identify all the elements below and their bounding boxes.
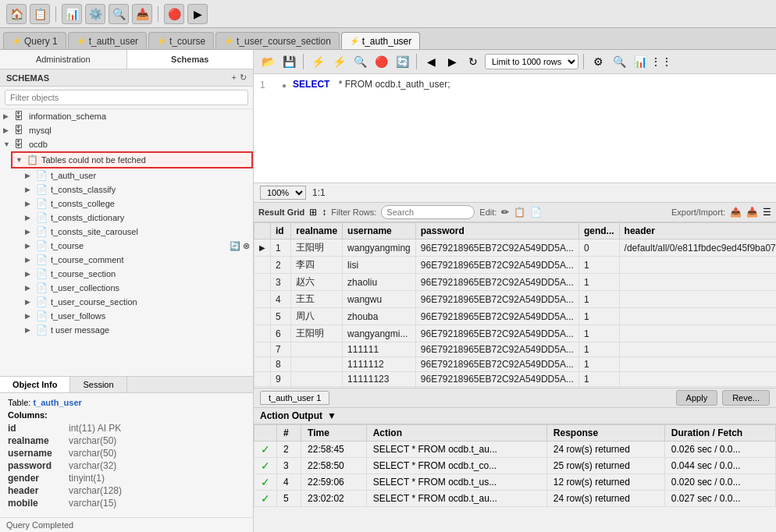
format-btn[interactable]: ⚙ — [589, 52, 607, 71]
tab-t-course[interactable]: ⚡ t_course — [148, 32, 214, 49]
next-btn[interactable]: ▶ — [443, 52, 461, 71]
th-username[interactable]: username — [343, 223, 416, 239]
t-course-action-1[interactable]: 🔄 — [230, 241, 240, 251]
toggle-btn[interactable]: 🔄 — [393, 52, 411, 71]
table-row[interactable]: 3 赵六 zhaoliu 96E79218965EB72C92A549DD5A.… — [255, 274, 777, 291]
action-row[interactable]: ✓ 4 22:59:06 SELECT * FROM ocdb.t_us... … — [255, 474, 776, 491]
execute-current-btn[interactable]: ⚡ — [329, 52, 348, 71]
import-btn[interactable]: 📥 — [746, 207, 758, 218]
revert-button[interactable]: Reve... — [722, 390, 770, 406]
th-gender[interactable]: gend... — [578, 223, 619, 239]
qt-sep-1 — [303, 54, 304, 69]
table-group-icon: 📋 — [27, 154, 39, 165]
action-row[interactable]: ✓ 3 22:58:50 SELECT * FROM ocdb.t_co... … — [255, 458, 776, 474]
tree-item-t-user-follows[interactable]: ▶ 📄 t_user_follows — [22, 309, 253, 323]
tree-item-t-course-comment[interactable]: ▶ 📄 t_course_comment — [22, 253, 253, 267]
save-btn[interactable]: 💾 — [279, 52, 298, 71]
table-row[interactable]: 7 111111 96E79218965EB72C92A549DD5A... 1 — [255, 342, 777, 357]
tree-item-ocdb[interactable]: ▼ 🗄 ocdb — [0, 137, 253, 151]
row-indicator — [255, 372, 271, 387]
table-row[interactable]: 5 周八 zhouba 96E79218965EB72C92A549DD5A..… — [255, 308, 777, 325]
tree-item-t-consts-classify[interactable]: ▶ 📄 t_consts_classify — [22, 183, 253, 197]
tab-context-label[interactable]: t_auth_user 1 — [260, 391, 329, 405]
zoom-select[interactable]: 100% — [260, 186, 306, 200]
tree-item-t-user-cs[interactable]: ▶ 📄 t_user_course_section — [22, 295, 253, 309]
qt-sep-3 — [583, 54, 584, 69]
action-output-icon[interactable]: ▼ — [327, 410, 336, 421]
play-icon[interactable]: ▶ — [187, 4, 208, 24]
filter-input[interactable] — [5, 90, 248, 105]
tree-item-t-user-col[interactable]: ▶ 📄 t_user_collections — [22, 281, 253, 295]
sidebar-tab-schemas[interactable]: Schemas — [127, 50, 254, 69]
th-header[interactable]: header — [619, 223, 776, 239]
search-icon[interactable]: 🔍 — [109, 4, 129, 24]
execute-btn[interactable]: ⚡ — [308, 52, 327, 71]
apply-button[interactable]: Apply — [676, 390, 718, 406]
action-response: 24 row(s) returned — [546, 491, 664, 507]
action-table-wrap[interactable]: # Time Action Response Duration / Fetch … — [254, 424, 776, 532]
tree-item-t-consts-site[interactable]: ▶ 📄 t_consts_site_carousel — [22, 225, 253, 239]
action-row[interactable]: ✓ 2 22:58:45 SELECT * FROM ocdb.t_au... … — [255, 442, 776, 458]
tree-arrow-t-um: ▶ — [25, 326, 36, 334]
edit-table-btn[interactable]: 📋 — [514, 207, 525, 218]
tab-query1[interactable]: ⚡ Query 1 — [3, 32, 66, 49]
export-btn[interactable]: 📤 — [730, 207, 742, 218]
cell-id: 5 — [271, 308, 291, 325]
info-pane-tab-object-info[interactable]: Object Info — [0, 377, 70, 392]
table-row[interactable]: 6 王阳明 wangyangmi... 96E79218965EB72C92A5… — [255, 325, 777, 342]
tree-item-t-course-section[interactable]: ▶ 📄 t_course_section — [22, 267, 253, 281]
stop-icon[interactable]: 🔴 — [164, 4, 184, 24]
edit-pencil-btn[interactable]: ✏ — [501, 207, 509, 218]
sql-icon[interactable]: 📋 — [30, 4, 50, 24]
import-icon[interactable]: 📥 — [132, 4, 152, 24]
prev-btn[interactable]: ◀ — [422, 52, 440, 71]
table-row[interactable]: 9 11111123 96E79218965EB72C92A549DD5A...… — [255, 372, 777, 387]
th-password[interactable]: password — [415, 223, 578, 239]
visual-btn[interactable]: 📊 — [631, 52, 650, 71]
info-col-type-header: varchar(128) — [69, 485, 122, 496]
open-folder-btn[interactable]: 📂 — [258, 52, 277, 71]
edit-copy-btn[interactable]: 📄 — [530, 207, 542, 218]
action-header-row: # Time Action Response Duration / Fetch — [255, 425, 776, 442]
layout-btn[interactable]: ☰ — [763, 207, 771, 218]
stop-btn[interactable]: 🔴 — [372, 52, 390, 71]
tab-t-auth-user-2[interactable]: ⚡ t_auth_user — [341, 32, 420, 49]
tree-item-t-user-msg[interactable]: ▶ 📄 t user message — [22, 323, 253, 337]
data-table-wrap[interactable]: id realname username password gend... he… — [254, 222, 776, 388]
tab-t-user-course-section[interactable]: ⚡ t_user_course_section — [215, 32, 340, 49]
table-row[interactable]: 2 李四 lisi 96E79218965EB72C92A549DD5A... … — [255, 257, 777, 274]
search-btn[interactable]: 🔍 — [610, 52, 628, 71]
th-realname[interactable]: realname — [291, 223, 343, 239]
explain-btn[interactable]: 🔍 — [351, 52, 369, 71]
t-course-action-2[interactable]: ⊗ — [243, 241, 250, 251]
info-pane-tab-session[interactable]: Session — [70, 377, 126, 392]
tree-item-t-consts-college[interactable]: ▶ 📄 t_consts_college — [22, 197, 253, 211]
schema-add-btn[interactable]: + — [232, 73, 237, 83]
table-row[interactable]: ▶ 1 王阳明 wangyangming 96E79218965EB72C92A… — [255, 239, 777, 257]
cell-header — [619, 291, 776, 308]
tables-icon[interactable]: 📊 — [62, 4, 82, 24]
result-filter-icon[interactable]: ↕ — [322, 207, 326, 218]
tree-item-tables-error[interactable]: ▼ 📋 Tables could not be fetched — [11, 151, 253, 168]
cols-btn[interactable]: ⋮⋮ — [652, 52, 671, 71]
tab-t-auth-user-1[interactable]: ⚡ t_auth_user — [68, 32, 147, 49]
result-grid-icon[interactable]: ⊞ — [309, 207, 317, 218]
tree-item-information-schema[interactable]: ▶ 🗄 information_schema — [0, 109, 253, 123]
table-row[interactable]: 4 王五 wangwu 96E79218965EB72C92A549DD5A..… — [255, 291, 777, 308]
tree-item-t-consts-dict[interactable]: ▶ 📄 t_consts_dictionary — [22, 211, 253, 225]
result-search-input[interactable] — [381, 205, 475, 219]
schema-refresh-btn[interactable]: ↻ — [240, 73, 247, 83]
manage-icon[interactable]: ⚙️ — [85, 4, 105, 24]
sidebar-tab-administration[interactable]: Administration — [0, 50, 127, 69]
th-id[interactable]: id — [271, 223, 291, 239]
tree-label-t-course: t_course — [51, 241, 84, 250]
refresh-btn[interactable]: ↻ — [464, 52, 482, 71]
home-icon[interactable]: 🏠 — [6, 4, 27, 24]
action-row[interactable]: ✓ 5 23:02:02 SELECT * FROM ocdb.t_au... … — [255, 491, 776, 507]
tree-item-t-course[interactable]: ▶ 📄 t_course 🔄 ⊗ — [22, 239, 253, 253]
limit-select[interactable]: Limit to 1000 rows Limit to 100 rows Lim… — [485, 54, 578, 69]
tree-item-mysql[interactable]: ▶ 🗄 mysql — [0, 123, 253, 137]
table-row[interactable]: 8 1111112 96E79218965EB72C92A549DD5A... … — [255, 357, 777, 372]
sql-editor[interactable]: 1 ● SELECT * FROM ocdb.t_auth_user; — [254, 74, 776, 183]
tree-item-t-auth-user[interactable]: ▶ 📄 t_auth_user — [22, 168, 253, 183]
